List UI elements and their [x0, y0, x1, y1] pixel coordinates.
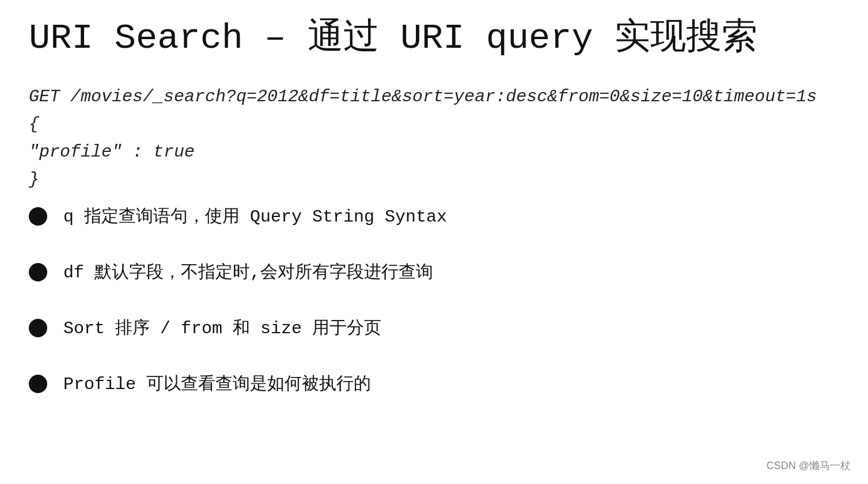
code-line-3: "profile" : true [29, 138, 839, 166]
bullet-list: q 指定查询语句，使用 Query String Syntaxdf 默认字段，不… [29, 205, 839, 397]
bullet-dot-1 [29, 263, 47, 281]
bullet-text-1: df 默认字段，不指定时,会对所有字段进行查询 [63, 261, 433, 285]
bullet-text-2: Sort 排序 / from 和 size 用于分页 [63, 317, 381, 341]
bullet-text-3: Profile 可以查看查询是如何被执行的 [63, 372, 371, 397]
bullet-dot-3 [29, 375, 47, 393]
code-block: GET /movies/_search?q=2012&df=title&sort… [29, 83, 839, 193]
bullet-dot-2 [29, 319, 47, 337]
bullet-item-0: q 指定查询语句，使用 Query String Syntax [29, 205, 839, 229]
code-line-2: { [29, 110, 839, 138]
bullet-item-2: Sort 排序 / from 和 size 用于分页 [29, 317, 839, 341]
bullet-text-0: q 指定查询语句，使用 Query String Syntax [63, 205, 447, 229]
code-line-1: GET /movies/_search?q=2012&df=title&sort… [29, 83, 839, 110]
code-line-4: } [29, 166, 839, 193]
page-title: URI Search – 通过 URI query 实现搜索 [29, 17, 839, 60]
watermark: CSDN @懒马一杖 [767, 459, 851, 472]
bullet-item-1: df 默认字段，不指定时,会对所有字段进行查询 [29, 261, 839, 285]
bullet-dot-0 [29, 207, 47, 226]
bullet-item-3: Profile 可以查看查询是如何被执行的 [29, 372, 839, 397]
